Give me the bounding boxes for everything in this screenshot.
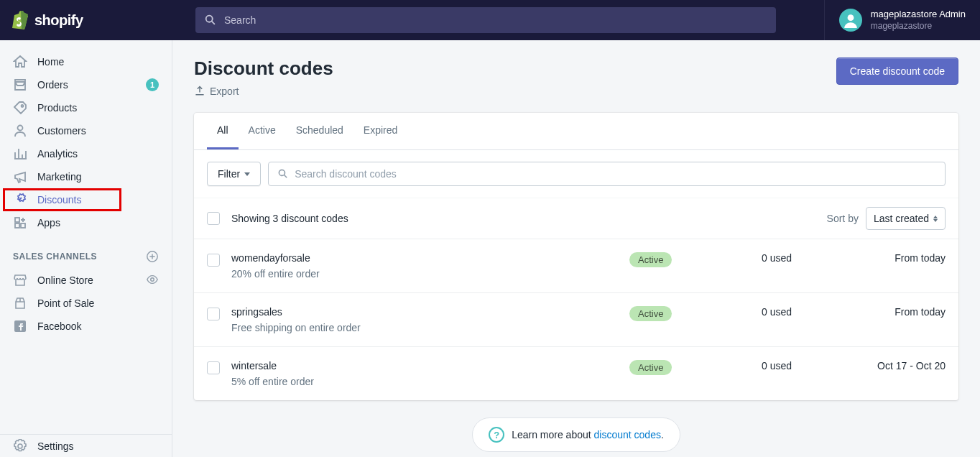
channel-pos[interactable]: Point of Sale [0,292,172,315]
store-icon [13,273,27,287]
learn-bubble: ? Learn more about discount codes. [472,417,680,452]
avatar [839,9,862,32]
code-desc: 20% off entire order [231,268,629,280]
sort-arrows-icon [933,216,938,222]
filter-row: Filter [194,150,958,198]
pos-icon [13,296,27,310]
tab-all[interactable]: All [207,113,239,149]
orders-icon [13,78,27,92]
sales-channels-label: SALES CHANNELS [0,234,172,269]
gear-icon [13,439,27,453]
learn-more: ? Learn more about discount codes. [194,417,958,452]
code-name: wintersale [231,360,629,371]
discounts-icon [13,193,27,207]
sidebar-item-label: Online Store [37,274,93,286]
svg-point-8 [151,277,154,281]
export-button[interactable]: Export [194,86,333,97]
logo[interactable]: shopify [0,11,172,29]
sidebar-item-label: Facebook [37,320,81,332]
orders-badge: 1 [146,78,159,91]
table-row[interactable]: womendayforsale 20% off entire order Act… [194,239,958,292]
sidebar: Home Orders 1 Products Customers Analyti… [0,40,172,457]
facebook-icon [13,319,27,333]
sidebar-item-label: Settings [37,440,74,452]
svg-rect-6 [15,223,19,228]
search-input[interactable] [224,14,767,26]
marketing-icon [13,170,27,184]
search-icon [277,168,289,180]
export-icon [194,86,205,97]
svg-rect-4 [15,218,19,222]
row-checkbox[interactable] [207,254,220,267]
apps-icon [13,216,27,230]
chevron-down-icon [244,172,250,176]
table-row[interactable]: springsales Free shipping on entire orde… [194,292,958,346]
row-checkbox[interactable] [207,308,220,320]
home-icon [13,55,27,69]
main-content: Discount codes Export Create discount co… [172,40,980,457]
channel-online-store[interactable]: Online Store [0,269,172,292]
create-discount-button[interactable]: Create discount code [836,57,958,85]
page-header: Discount codes Export Create discount co… [194,57,958,97]
code-name: womendayforsale [231,252,629,264]
code-desc: 5% off entire order [231,376,629,387]
tab-active[interactable]: Active [239,113,286,149]
sidebar-item-discounts[interactable]: Discounts [3,188,121,211]
status-badge: Active [629,360,672,375]
svg-point-3 [21,200,22,201]
user-store: mageplazastore [871,21,966,32]
products-icon [13,101,27,115]
tab-scheduled[interactable]: Scheduled [286,113,353,149]
status-badge: Active [629,252,672,267]
sidebar-item-orders[interactable]: Orders 1 [0,73,172,96]
user-menu[interactable]: mageplazastore Admin mageplazastore [824,0,980,40]
search-icon [204,14,217,27]
sidebar-item-home[interactable]: Home [0,50,172,73]
row-checkbox[interactable] [207,361,220,374]
sidebar-item-products[interactable]: Products [0,96,172,119]
add-channel-icon[interactable] [146,250,159,263]
filter-button[interactable]: Filter [207,162,261,186]
search-codes[interactable] [268,162,946,186]
tab-expired[interactable]: Expired [353,113,407,149]
topbar: shopify mageplazastore Admin mageplazast… [0,0,980,40]
sidebar-item-label: Analytics [37,148,78,160]
date-range: From today [831,252,946,264]
sort-label: Sort by [827,213,859,224]
sort-button[interactable]: Last created [866,207,946,230]
svg-rect-5 [21,223,25,228]
sidebar-item-analytics[interactable]: Analytics [0,142,172,165]
status-badge: Active [629,306,672,321]
sidebar-item-label: Apps [37,217,60,228]
learn-more-link[interactable]: discount codes [594,429,661,440]
showing-count: Showing 3 discount codes [231,213,827,224]
used-count: 0 used [723,252,831,264]
user-text: mageplazastore Admin mageplazastore [871,9,966,32]
user-icon [843,12,859,28]
sidebar-item-settings[interactable]: Settings [0,434,172,457]
svg-point-2 [18,197,19,198]
sidebar-item-label: Customers [37,125,86,137]
shopify-bag-icon [11,11,29,29]
search-codes-input[interactable] [295,162,936,185]
page-title: Discount codes [194,57,333,80]
analytics-icon [13,147,27,161]
global-search[interactable] [195,7,776,33]
sidebar-item-label: Point of Sale [37,297,94,309]
brand-text: shopify [34,12,83,29]
sidebar-item-customers[interactable]: Customers [0,119,172,142]
sidebar-item-marketing[interactable]: Marketing [0,165,172,188]
svg-point-0 [847,14,854,21]
sidebar-item-label: Products [37,102,77,114]
list-header: Showing 3 discount codes Sort by Last cr… [194,198,958,239]
code-desc: Free shipping on entire order [231,322,629,333]
used-count: 0 used [723,306,831,318]
table-row[interactable]: wintersale 5% off entire order Active 0 … [194,346,958,400]
sidebar-item-apps[interactable]: Apps [0,211,172,234]
sidebar-item-label: Home [37,56,64,68]
select-all-checkbox[interactable] [207,212,220,225]
question-icon: ? [489,427,504,443]
view-store-icon[interactable] [146,273,159,288]
channel-facebook[interactable]: Facebook [0,315,172,338]
date-range: Oct 17 - Oct 20 [831,360,946,371]
